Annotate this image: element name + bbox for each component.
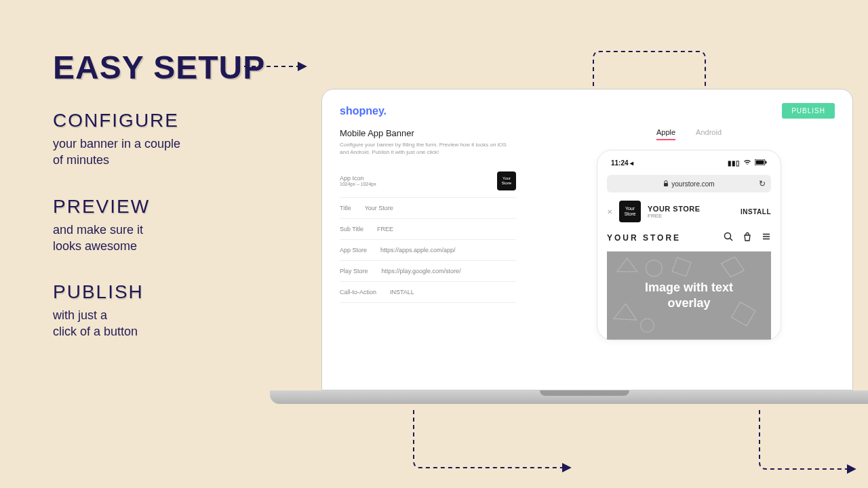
field-app-store[interactable]: App Store https://apps.apple.com/app/: [340, 240, 516, 261]
bag-icon[interactable]: [743, 232, 752, 243]
step-preview: PREVIEW and make sure it looks awesome: [53, 196, 277, 255]
svg-rect-1: [756, 160, 764, 164]
app-icon-thumb: Your Store: [497, 171, 516, 190]
field-label: Sub Title: [340, 226, 363, 232]
close-icon[interactable]: ✕: [607, 208, 612, 216]
page-title: EASY SETUP: [53, 49, 277, 86]
wifi-icon: [743, 159, 751, 167]
form-title: Mobile App Banner: [340, 128, 516, 138]
svg-point-4: [725, 233, 731, 239]
step-publish-sub: with just a click of a button: [53, 307, 277, 340]
field-value: Your Store: [365, 205, 516, 211]
laptop-screen: shopney. PUBLISH Mobile App Banner Confi…: [321, 89, 853, 390]
publish-button[interactable]: PUBLISH: [782, 103, 835, 119]
field-hint: 1024px – 1024px: [340, 182, 376, 186]
lock-icon: [663, 180, 669, 188]
banner-subtitle: FREE: [648, 213, 734, 219]
tab-apple[interactable]: Apple: [656, 128, 675, 140]
field-value: https://play.google.com/store/: [382, 268, 516, 274]
install-button[interactable]: INSTALL: [741, 208, 771, 216]
field-sub-title[interactable]: Sub Title FREE: [340, 219, 516, 240]
hero-image: Image with text overlay: [607, 251, 771, 340]
field-value: FREE: [377, 226, 516, 232]
step-configure-sub: your banner in a couple of minutes: [53, 136, 277, 169]
field-cta[interactable]: Call-to-Action INSTALL: [340, 282, 516, 303]
banner-title: YOUR STORE: [648, 205, 734, 213]
svg-point-9: [646, 260, 663, 277]
preview-panel: Apple Android 11:24 ◂ ▮▮▯: [543, 128, 835, 340]
battery-icon: [755, 159, 767, 167]
field-label: App Store: [340, 247, 367, 253]
svg-rect-3: [664, 183, 668, 186]
field-label: Call-to-Action: [340, 289, 376, 296]
config-form: Mobile App Banner Configure your banner …: [340, 128, 516, 340]
smart-banner: ✕ Your Store YOUR STORE FREE INSTALL: [607, 201, 771, 222]
search-icon[interactable]: [724, 232, 733, 243]
svg-rect-10: [672, 258, 691, 277]
banner-icon: Your Store: [619, 201, 641, 222]
svg-point-12: [641, 319, 654, 332]
field-app-icon[interactable]: App Icon 1024px – 1024px Your Store: [340, 165, 516, 198]
phone-preview: 11:24 ◂ ▮▮▯ yourstor: [597, 150, 781, 340]
field-value: https://apps.apple.com/app/: [380, 247, 516, 253]
status-time: 11:24 ◂: [611, 159, 633, 167]
step-publish-head: PUBLISH: [53, 281, 277, 303]
field-play-store[interactable]: Play Store https://play.google.com/store…: [340, 261, 516, 282]
step-preview-head: PREVIEW: [53, 196, 277, 218]
form-description: Configure your banner by filling the for…: [340, 142, 516, 157]
app-logo: shopney.: [340, 105, 387, 117]
field-title[interactable]: Title Your Store: [340, 198, 516, 219]
hero-text: Image with text overlay: [607, 280, 771, 312]
refresh-icon[interactable]: ↻: [759, 179, 766, 188]
signal-icon: ▮▮▯: [728, 159, 740, 167]
tab-android[interactable]: Android: [696, 128, 722, 140]
field-label: Title: [340, 205, 351, 211]
menu-icon[interactable]: [762, 232, 771, 243]
field-label: Play Store: [340, 268, 368, 274]
url-text: yourstore.com: [671, 180, 714, 188]
step-configure: CONFIGURE your banner in a couple of min…: [53, 110, 277, 169]
url-bar[interactable]: yourstore.com ↻: [607, 175, 771, 192]
step-publish: PUBLISH with just a click of a button: [53, 281, 277, 340]
field-value: INSTALL: [390, 289, 516, 296]
svg-rect-2: [766, 161, 767, 163]
field-label: App Icon: [340, 175, 376, 182]
store-brand: YOUR STORE: [607, 233, 681, 243]
laptop-notch: [540, 390, 629, 396]
step-preview-sub: and make sure it looks awesome: [53, 222, 277, 255]
svg-line-5: [730, 239, 733, 241]
step-configure-head: CONFIGURE: [53, 110, 277, 131]
